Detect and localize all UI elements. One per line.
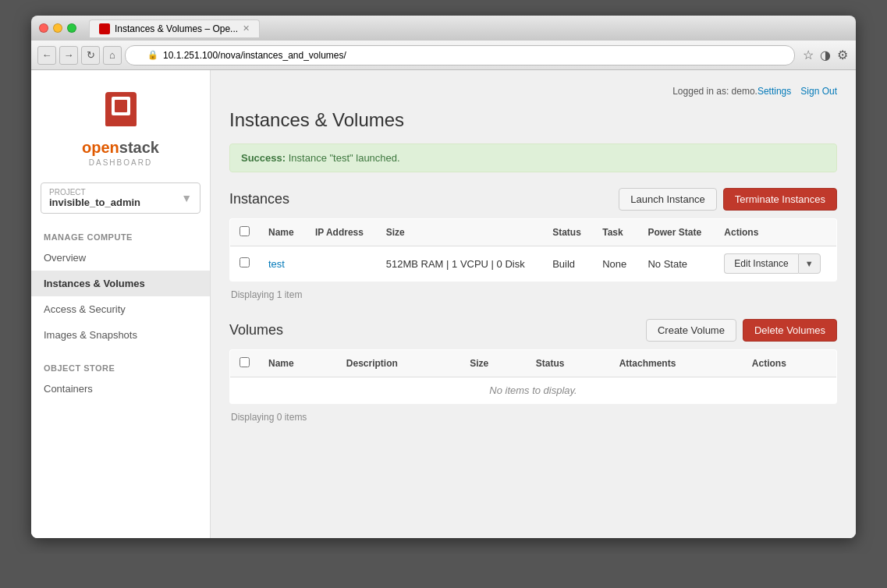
- instances-header-row: Name IP Address Size Status Task Power S…: [230, 219, 837, 246]
- project-dropdown-icon: ▼: [181, 192, 192, 204]
- instance-name-cell: test: [259, 246, 306, 282]
- manage-compute-title: Manage Compute: [31, 226, 210, 245]
- instance-size-value: 512MB RAM | 1 VCPU | 0 Disk: [386, 258, 525, 270]
- instance-name-link[interactable]: test: [268, 258, 285, 270]
- settings-link[interactable]: Settings: [757, 86, 791, 97]
- sidebar-item-instances-volumes[interactable]: Instances & Volumes: [31, 271, 210, 296]
- instance-power-cell: No State: [638, 246, 715, 282]
- instances-col-status: Status: [543, 219, 593, 246]
- create-volume-button[interactable]: Create Volume: [646, 319, 736, 342]
- refresh-button[interactable]: ↻: [81, 46, 100, 65]
- tab-title: Instances & Volumes – Ope...: [115, 23, 238, 34]
- title-bar: Instances & Volumes – Ope... ✕: [31, 16, 856, 41]
- sign-out-link[interactable]: Sign Out: [800, 86, 837, 97]
- lock-icon: 🔒: [147, 50, 158, 60]
- instance-action-dropdown-button[interactable]: ▼: [798, 253, 821, 274]
- top-bar: Logged in as: demo. Settings Sign Out: [229, 86, 837, 97]
- volumes-col-description: Description: [337, 350, 460, 377]
- tab-bar: Instances & Volumes – Ope... ✕: [89, 19, 848, 37]
- volumes-section-header: Volumes Create Volume Delete Volumes: [229, 319, 837, 342]
- project-name: invisible_to_admin: [49, 197, 140, 208]
- alert-prefix: Success:: [241, 152, 286, 164]
- volumes-no-items-cell: No items to display.: [230, 377, 837, 404]
- edit-instance-button[interactable]: Edit Instance: [724, 253, 797, 274]
- sidebar-item-access-security[interactable]: Access & Security: [31, 296, 210, 322]
- instances-col-ip: IP Address: [306, 219, 377, 246]
- instance-status-cell: Build: [543, 246, 593, 282]
- project-info: PROJECT invisible_to_admin: [49, 188, 140, 208]
- sidebar-item-overview[interactable]: Overview: [31, 245, 210, 271]
- instance-power-value: No State: [648, 258, 687, 270]
- terminate-instances-button[interactable]: Terminate Instances: [723, 188, 837, 211]
- openstack-logo-icon: [98, 86, 144, 133]
- instance-ip-cell: [306, 246, 377, 282]
- instance-task-cell: None: [593, 246, 638, 282]
- instances-table-body: test 512MB RAM | 1 VCPU | 0 Disk Build: [230, 246, 837, 282]
- sidebar-logo: openstack DASHBOARD: [31, 70, 210, 182]
- bookmark-icon[interactable]: ☆: [801, 46, 815, 64]
- logged-in-label: Logged in as: demo.: [672, 86, 757, 97]
- instances-table: Name IP Address Size Status Task Power S…: [229, 218, 837, 282]
- logo-dashboard-label: DASHBOARD: [89, 158, 152, 167]
- forward-button[interactable]: →: [59, 46, 78, 65]
- home-button[interactable]: ⌂: [103, 46, 122, 65]
- instances-table-head: Name IP Address Size Status Task Power S…: [230, 219, 837, 246]
- svg-rect-3: [105, 120, 137, 126]
- instances-actions: Launch Instance Terminate Instances: [619, 188, 837, 211]
- instance-row-checkbox-cell: [230, 246, 260, 282]
- minimize-window-btn[interactable]: [53, 23, 62, 33]
- volumes-no-items-row: No items to display.: [230, 377, 837, 404]
- volumes-col-attachments: Attachments: [610, 350, 743, 377]
- settings-icon[interactable]: ⚙: [836, 46, 850, 64]
- url-text: 10.1.251.100/nova/instances_and_volumes/: [163, 50, 346, 61]
- delete-volumes-button[interactable]: Delete Volumes: [743, 319, 837, 342]
- volumes-table-head: Name Description Size Status Attachments…: [230, 350, 837, 377]
- top-bar-links: Settings Sign Out: [757, 86, 837, 97]
- project-selector[interactable]: PROJECT invisible_to_admin ▼: [41, 182, 200, 214]
- close-window-btn[interactable]: [39, 23, 48, 33]
- instances-col-actions: Actions: [715, 219, 836, 246]
- volumes-displaying-text: Displaying 0 items: [229, 409, 837, 426]
- sidebar: openstack DASHBOARD PROJECT invisible_to…: [31, 70, 211, 538]
- instance-actions-cell: Edit Instance ▼: [715, 246, 836, 282]
- user-icon[interactable]: ◑: [818, 46, 832, 64]
- instances-col-name: Name: [259, 219, 306, 246]
- object-store-title: Object Store: [31, 357, 210, 376]
- instances-displaying-text: Displaying 1 item: [229, 286, 837, 303]
- sidebar-item-containers[interactable]: Containers: [31, 376, 210, 402]
- browser-tab[interactable]: Instances & Volumes – Ope... ✕: [89, 19, 260, 37]
- sidebar-item-images-snapshots[interactable]: Images & Snapshots: [31, 322, 210, 348]
- volumes-col-status: Status: [527, 350, 610, 377]
- select-all-instances-checkbox[interactable]: [239, 226, 250, 236]
- instances-col-power: Power State: [638, 219, 715, 246]
- svg-rect-2: [115, 100, 127, 112]
- volumes-col-size: Size: [460, 350, 527, 377]
- page-title: Instances & Volumes: [229, 109, 837, 131]
- instances-section-title: Instances: [229, 191, 289, 207]
- instance-task-value: None: [602, 258, 626, 270]
- main-layout: openstack DASHBOARD PROJECT invisible_to…: [31, 70, 856, 538]
- content-area: Logged in as: demo. Settings Sign Out In…: [211, 70, 856, 538]
- nav-bar: ← → ↻ ⌂ 🔒 10.1.251.100/nova/instances_an…: [31, 41, 856, 70]
- instance-action-split-button: Edit Instance ▼: [724, 253, 827, 274]
- select-all-volumes-checkbox[interactable]: [239, 357, 250, 367]
- instance-size-cell: 512MB RAM | 1 VCPU | 0 Disk: [377, 246, 543, 282]
- success-alert: Success: Instance "test" launched.: [229, 143, 837, 172]
- volumes-col-actions: Actions: [743, 350, 837, 377]
- launch-instance-button[interactable]: Launch Instance: [619, 188, 716, 211]
- volumes-actions: Create Volume Delete Volumes: [646, 319, 837, 342]
- volumes-section-title: Volumes: [229, 322, 283, 338]
- maximize-window-btn[interactable]: [67, 23, 76, 33]
- alert-message: Instance "test" launched.: [289, 152, 400, 164]
- instances-section-header: Instances Launch Instance Terminate Inst…: [229, 188, 837, 211]
- instance-row-checkbox[interactable]: [239, 257, 250, 267]
- volumes-table: Name Description Size Status Attachments…: [229, 349, 837, 404]
- volumes-table-body: No items to display.: [230, 377, 837, 404]
- tab-favicon: [99, 23, 110, 34]
- instances-col-size: Size: [377, 219, 543, 246]
- table-row: test 512MB RAM | 1 VCPU | 0 Disk Build: [230, 246, 837, 282]
- address-bar[interactable]: 🔒 10.1.251.100/nova/instances_and_volume…: [125, 45, 795, 66]
- volumes-col-name: Name: [259, 350, 337, 377]
- back-button[interactable]: ←: [37, 46, 56, 65]
- tab-close-icon[interactable]: ✕: [243, 23, 250, 34]
